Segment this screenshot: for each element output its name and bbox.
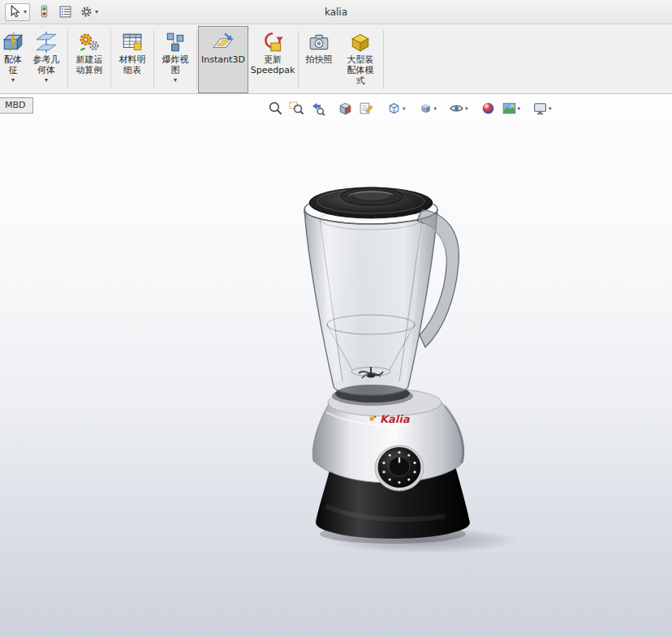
assembly-features-icon <box>2 31 24 54</box>
chevron-down-icon: ▾ <box>403 105 406 112</box>
ribbon-button-update-speedpak[interactable]: 更新 Speedpak <box>248 26 297 93</box>
cursor-arrow-icon <box>8 5 22 19</box>
magnifier-icon <box>268 101 283 116</box>
toolbar-separator <box>298 30 299 89</box>
eye-icon <box>449 101 464 116</box>
chevron-down-icon: ▾ <box>24 9 27 15</box>
camera-icon <box>308 31 330 54</box>
ribbon-button-assembly-features[interactable]: 配体 征 ▾ <box>0 26 26 93</box>
document-properties-icon[interactable] <box>58 5 72 19</box>
ribbon-button-bill-of-materials[interactable]: 材料明 细表 <box>112 26 153 93</box>
ribbon-button-label: Instant3D <box>201 54 245 65</box>
title-bar: kalia ▾ ▾ <box>0 0 672 24</box>
ribbon-button-new-motion-study[interactable]: 新建运 动算例 <box>69 26 110 93</box>
display-style-button[interactable]: ▾ <box>416 100 439 117</box>
ribbon-button-label: 爆炸视 图 <box>162 54 189 75</box>
ribbon-button-label: 参考几 何体 <box>33 54 60 75</box>
ribbon-button-instant3d[interactable]: Instant3D <box>198 26 248 93</box>
shaded-cube-icon <box>418 101 433 116</box>
toolbar-separator <box>153 30 154 89</box>
ribbon-button-reference-geometry[interactable]: 参考几 何体 ▾ <box>26 26 67 93</box>
blender-lid <box>309 187 433 218</box>
ribbon-button-label: 配体 征 <box>4 54 22 75</box>
ribbon-button-take-snapshot[interactable]: 拍快照 <box>299 26 338 93</box>
toolbar-separator <box>383 30 384 89</box>
ribbon-button-large-assembly-mode[interactable]: 大型装 配体模 式 <box>338 26 382 93</box>
chevron-down-icon: ▾ <box>518 105 521 112</box>
chevron-down-icon: ▾ <box>434 105 437 112</box>
previous-view-icon <box>310 101 325 116</box>
toolbar-separator <box>196 30 197 89</box>
scene-icon <box>502 101 517 116</box>
ribbon-button-label: 新建运 动算例 <box>76 54 103 75</box>
graphics-viewport[interactable]: MBD ▾ ▾ ▾ <box>0 94 672 637</box>
appearance-ball-icon <box>480 101 496 116</box>
dropdown-arrow-icon[interactable]: ▾ <box>11 76 15 84</box>
hide-show-items-button[interactable]: ▾ <box>447 100 470 117</box>
ribbon-button-label: 更新 Speedpak <box>251 54 295 75</box>
ribbon-button-label: 大型装 配体模 式 <box>347 54 374 86</box>
3d-drawing-view-icon <box>359 101 374 116</box>
view-orientation-button[interactable]: ▾ <box>385 100 407 117</box>
dropdown-arrow-icon[interactable]: ▾ <box>174 76 177 84</box>
ribbon-button-label: 材料明 细表 <box>119 54 146 75</box>
control-knob[interactable] <box>375 445 424 491</box>
magnifier-area-icon <box>289 101 304 116</box>
section-view-button[interactable] <box>336 100 355 117</box>
new-motion-study-icon <box>78 31 101 54</box>
update-speedpak-icon <box>261 31 284 54</box>
previous-view-button[interactable] <box>308 100 327 117</box>
command-manager-ribbon: 配体 征 ▾ 参考几 何体 ▾ 新建运 动算例 材料明 细表 <box>0 24 672 94</box>
edit-appearance-button[interactable] <box>479 100 498 117</box>
logo-text: Kalia <box>380 413 411 425</box>
zoom-to-fit-button[interactable] <box>266 100 285 117</box>
dropdown-arrow-icon[interactable]: ▾ <box>45 76 48 84</box>
view-orientation-cube-icon <box>386 101 402 116</box>
ribbon-button-label: 拍快照 <box>306 54 333 65</box>
large-assembly-mode-icon <box>349 31 372 54</box>
window-title: kalia <box>0 6 672 18</box>
toolbar-separator <box>67 30 68 89</box>
blender-3d-model[interactable]: Kalia <box>302 185 516 575</box>
section-view-icon <box>338 101 353 116</box>
bill-of-materials-icon <box>121 31 144 54</box>
chevron-down-icon: ▾ <box>465 105 468 112</box>
monitor-icon <box>532 101 548 116</box>
instant3d-icon <box>212 31 235 54</box>
reference-geometry-icon <box>35 31 58 54</box>
toolbar-separator <box>110 30 111 89</box>
options-button[interactable]: ▾ <box>80 5 98 19</box>
chevron-down-icon: ▾ <box>549 105 552 112</box>
view-settings-button[interactable]: ▾ <box>531 100 554 117</box>
exploded-view-icon <box>164 31 187 54</box>
chevron-down-icon: ▾ <box>95 9 98 15</box>
select-tool-button[interactable]: ▾ <box>5 3 30 21</box>
3d-drawing-view-button[interactable] <box>357 100 376 117</box>
apply-scene-button[interactable]: ▾ <box>500 100 523 117</box>
blender-jug <box>304 195 437 395</box>
heads-up-view-toolbar: ▾ ▾ ▾ ▾ ▾ <box>266 100 556 117</box>
zoom-to-area-button[interactable] <box>287 100 306 117</box>
ribbon-button-exploded-view[interactable]: 爆炸视 图 ▾ <box>155 26 196 93</box>
gear-icon <box>80 5 93 19</box>
traffic-light-icon[interactable] <box>37 5 51 19</box>
tab-mbd[interactable]: MBD <box>0 97 33 114</box>
